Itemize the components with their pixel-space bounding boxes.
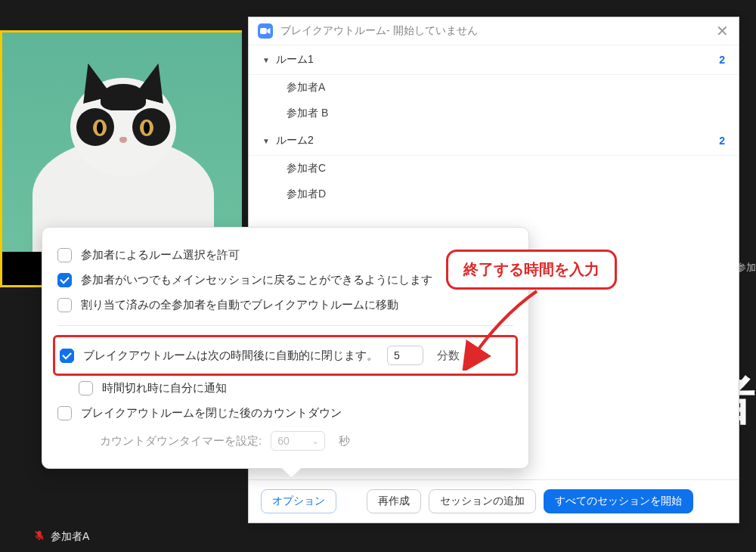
room-header-1[interactable]: ▼ ルーム1 2 — [249, 45, 739, 75]
options-button[interactable]: オプション — [261, 489, 336, 513]
annotation-highlight: ブレイクアウトルームは次の時間後に自動的に閉じます。 分数 — [53, 335, 518, 376]
video-thumbnail — [2, 33, 242, 252]
countdown-timer-select: 60 ⌄ — [271, 431, 325, 451]
room-name: ルーム2 — [276, 134, 719, 147]
room-name: ルーム1 — [276, 53, 719, 67]
caret-down-icon: ▼ — [262, 56, 270, 64]
zoom-icon — [258, 23, 273, 39]
mute-icon — [34, 530, 45, 543]
option-allow-return[interactable]: 参加者がいつでもメインセッションに戻ることができるようにします — [57, 268, 513, 293]
divider — [57, 325, 513, 326]
checkbox-unchecked-icon[interactable] — [57, 406, 72, 420]
room-list: ▼ ルーム1 2 参加者A 参加者 B ▼ ルーム2 2 参加者C 参加者D — [249, 45, 739, 207]
caret-down-icon: ▼ — [262, 137, 270, 145]
option-label: 時間切れ時に自分に通知 — [102, 381, 227, 395]
checkbox-unchecked-icon[interactable] — [57, 248, 72, 262]
room-header-2[interactable]: ▼ ルーム2 2 — [249, 126, 739, 156]
chevron-down-icon: ⌄ — [312, 437, 318, 445]
option-auto-close[interactable]: ブレイクアウトルームは次の時間後に自動的に閉じます。 分数 — [60, 340, 511, 371]
checkbox-unchecked-icon[interactable] — [57, 298, 72, 312]
annotation-callout: 終了する時間を入力 — [446, 250, 617, 290]
svg-rect-2 — [260, 28, 267, 34]
option-label: ブレイクアウトルームは次の時間後に自動的に閉じます。 — [83, 349, 378, 363]
checkbox-checked-icon[interactable] — [57, 273, 72, 287]
option-label: ブレイクアウトルームを閉じた後のカウントダウン — [81, 406, 342, 420]
participant-name-label: 参加者A — [51, 530, 89, 544]
start-all-sessions-button[interactable]: すべてのセッションを開始 — [544, 489, 693, 513]
unit-label: 秒 — [339, 434, 350, 448]
option-label: 参加者によるルーム選択を許可 — [81, 248, 240, 262]
dialog-footer: オプション 再作成 セッションの追加 すべてのセッションを開始 — [249, 479, 739, 523]
option-auto-move[interactable]: 割り当て済みの全参加者を自動でブレイクアウトルームに移動 — [57, 293, 513, 318]
checkbox-checked-icon[interactable] — [60, 349, 74, 363]
close-button[interactable]: ✕ — [714, 23, 730, 39]
option-countdown-timer: カウントダウンタイマーを設定: 60 ⌄ 秒 — [57, 426, 513, 456]
auto-close-minutes-input[interactable] — [387, 346, 423, 365]
option-label: 割り当て済みの全参加者を自動でブレイクアウトルームに移動 — [81, 298, 398, 312]
option-allow-choose[interactable]: 参加者によるルーム選択を許可 — [57, 243, 513, 268]
participant-item[interactable]: 参加者A — [249, 75, 739, 101]
option-countdown-after-close[interactable]: ブレイクアウトルームを閉じた後のカウントダウン — [57, 401, 513, 426]
participant-item[interactable]: 参加者D — [249, 181, 739, 207]
dialog-titlebar: ブレイクアウトルーム- 開始していません ✕ — [249, 17, 739, 45]
room-count: 2 — [719, 135, 725, 147]
room-count: 2 — [719, 54, 725, 66]
unit-label: 分数 — [437, 349, 460, 363]
option-label: 参加者がいつでもメインセッションに戻ることができるようにします — [81, 273, 432, 287]
add-session-button[interactable]: セッションの追加 — [429, 489, 536, 513]
option-notify-timeout[interactable]: 時間切れ時に自分に通知 — [57, 376, 513, 401]
checkbox-unchecked-icon[interactable] — [79, 381, 93, 395]
dialog-title: ブレイクアウトルーム- 開始していません — [280, 24, 714, 38]
participant-item[interactable]: 参加者 B — [249, 101, 739, 126]
option-label: カウントダウンタイマーを設定: — [100, 434, 262, 448]
recreate-button[interactable]: 再作成 — [367, 489, 421, 513]
participant-item[interactable]: 参加者C — [249, 156, 739, 181]
